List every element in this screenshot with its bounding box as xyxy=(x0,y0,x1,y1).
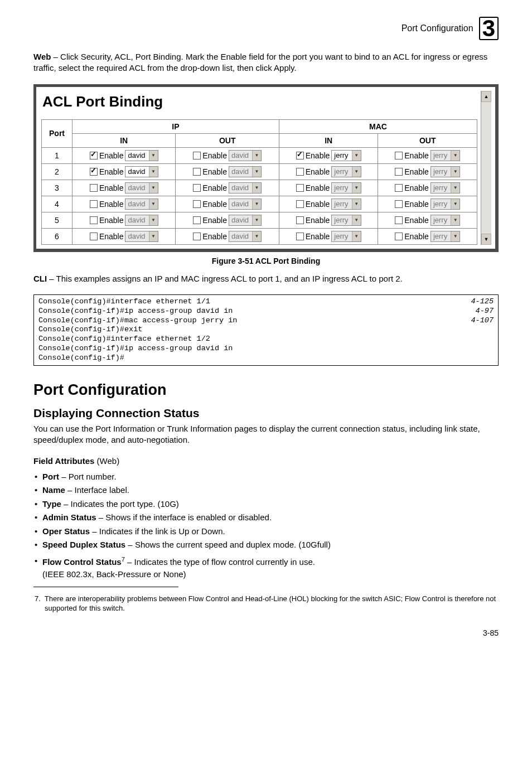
enable-checkbox[interactable] xyxy=(296,200,304,208)
acl-select-value: jerry xyxy=(431,183,451,192)
acl-select[interactable]: david ▼ xyxy=(125,215,158,226)
enable-checkbox[interactable] xyxy=(395,216,403,224)
chevron-down-icon[interactable]: ▼ xyxy=(352,167,361,177)
chevron-down-icon[interactable]: ▼ xyxy=(149,183,158,193)
enable-checkbox[interactable] xyxy=(90,168,98,176)
acl-select[interactable]: david ▼ xyxy=(125,166,158,177)
enable-checkbox[interactable] xyxy=(193,184,201,192)
chevron-down-icon[interactable]: ▼ xyxy=(352,183,361,193)
bullet-bold: Type xyxy=(42,499,61,509)
subsection-heading: Displaying Connection Status xyxy=(33,407,499,420)
bullet-text: – Indicates if the link is Up or Down. xyxy=(90,526,225,536)
ip-in-cell: Enable david ▼ xyxy=(72,196,176,212)
acl-select[interactable]: david ▼ xyxy=(229,199,262,210)
acl-select[interactable]: jerry ▼ xyxy=(431,215,460,226)
ip-in-cell: Enable david ▼ xyxy=(72,163,176,180)
chevron-down-icon[interactable]: ▼ xyxy=(451,231,460,241)
acl-select[interactable]: david ▼ xyxy=(125,182,158,194)
chevron-down-icon[interactable]: ▼ xyxy=(149,151,158,161)
acl-select[interactable]: jerry ▼ xyxy=(331,182,361,194)
enable-label: Enable xyxy=(306,232,330,241)
ip-out-cell: Enable david ▼ xyxy=(176,212,279,228)
chevron-down-icon[interactable]: ▼ xyxy=(252,215,261,225)
enable-checkbox[interactable] xyxy=(193,216,201,224)
acl-select[interactable]: david ▼ xyxy=(229,166,262,177)
acl-select-value: david xyxy=(125,216,148,224)
enable-checkbox[interactable] xyxy=(296,184,304,192)
ip-in-cell: Enable david ▼ xyxy=(72,180,176,196)
ip-out-cell: Enable david ▼ xyxy=(176,228,279,244)
enable-checkbox[interactable] xyxy=(296,152,304,159)
list-item: Type – Indicates the port type. (10G) xyxy=(33,498,499,511)
enable-label: Enable xyxy=(404,232,429,241)
enable-checkbox[interactable] xyxy=(193,233,201,240)
table-row: 6 Enable david ▼ Enable david ▼ Enable j… xyxy=(42,228,477,244)
acl-select[interactable]: jerry ▼ xyxy=(431,231,460,242)
acl-select[interactable]: jerry ▼ xyxy=(331,231,361,242)
acl-select[interactable]: jerry ▼ xyxy=(331,166,361,177)
chevron-down-icon[interactable]: ▼ xyxy=(451,183,460,193)
acl-select[interactable]: david ▼ xyxy=(125,231,158,242)
chevron-down-icon[interactable]: ▼ xyxy=(252,183,261,193)
acl-select[interactable]: david ▼ xyxy=(229,150,262,161)
enable-checkbox[interactable] xyxy=(395,184,403,192)
chevron-down-icon[interactable]: ▼ xyxy=(252,231,261,241)
enable-checkbox[interactable] xyxy=(193,152,201,159)
enable-checkbox[interactable] xyxy=(90,216,98,224)
acl-select[interactable]: david ▼ xyxy=(229,182,262,194)
scroll-up-icon[interactable]: ▲ xyxy=(481,91,491,102)
figure-scrollbar[interactable]: ▲ ▼ xyxy=(481,91,491,245)
bullet-text: – Indicates the port type. (10G) xyxy=(61,499,179,509)
enable-checkbox[interactable] xyxy=(90,184,98,192)
enable-label: Enable xyxy=(99,200,124,209)
chevron-down-icon[interactable]: ▼ xyxy=(149,231,158,241)
enable-label: Enable xyxy=(99,232,124,241)
acl-select[interactable]: david ▼ xyxy=(229,215,262,226)
enable-label: Enable xyxy=(202,151,227,160)
enable-checkbox[interactable] xyxy=(296,168,304,176)
enable-checkbox[interactable] xyxy=(193,168,201,176)
enable-checkbox[interactable] xyxy=(90,233,98,240)
chevron-down-icon[interactable]: ▼ xyxy=(451,199,460,209)
enable-checkbox[interactable] xyxy=(395,168,403,176)
enable-checkbox[interactable] xyxy=(296,216,304,224)
chevron-down-icon[interactable]: ▼ xyxy=(451,167,460,177)
scroll-track[interactable] xyxy=(481,102,491,234)
chevron-down-icon[interactable]: ▼ xyxy=(149,199,158,209)
figure-caption: Figure 3-51 ACL Port Binding xyxy=(33,257,499,265)
col-mac-out: OUT xyxy=(378,133,477,147)
enable-checkbox[interactable] xyxy=(395,200,403,208)
chevron-down-icon[interactable]: ▼ xyxy=(451,151,460,161)
port-cell: 4 xyxy=(42,196,72,212)
chevron-down-icon[interactable]: ▼ xyxy=(149,167,158,177)
acl-select[interactable]: david ▼ xyxy=(229,231,262,242)
enable-checkbox[interactable] xyxy=(296,233,304,240)
enable-checkbox[interactable] xyxy=(395,233,403,240)
acl-select[interactable]: jerry ▼ xyxy=(431,182,460,194)
chevron-down-icon[interactable]: ▼ xyxy=(149,215,158,225)
chevron-down-icon[interactable]: ▼ xyxy=(451,215,460,225)
enable-checkbox[interactable] xyxy=(193,200,201,208)
enable-checkbox[interactable] xyxy=(395,152,403,159)
ip-out-cell: Enable david ▼ xyxy=(176,163,279,180)
enable-checkbox[interactable] xyxy=(90,152,98,159)
chevron-down-icon[interactable]: ▼ xyxy=(252,199,261,209)
chevron-down-icon[interactable]: ▼ xyxy=(252,151,261,161)
acl-select[interactable]: david ▼ xyxy=(125,199,158,210)
acl-select[interactable]: jerry ▼ xyxy=(331,215,361,226)
chevron-down-icon[interactable]: ▼ xyxy=(352,151,361,161)
acl-select[interactable]: jerry ▼ xyxy=(331,150,361,161)
scroll-down-icon[interactable]: ▼ xyxy=(481,234,491,245)
chevron-down-icon[interactable]: ▼ xyxy=(252,167,261,177)
acl-select[interactable]: jerry ▼ xyxy=(431,150,460,161)
chevron-down-icon[interactable]: ▼ xyxy=(352,231,361,241)
acl-select[interactable]: jerry ▼ xyxy=(431,166,460,177)
acl-select[interactable]: jerry ▼ xyxy=(331,199,361,210)
chevron-down-icon[interactable]: ▼ xyxy=(352,199,361,209)
chevron-down-icon[interactable]: ▼ xyxy=(352,215,361,225)
list-item-flow-control: Flow Control Status7 – Indicates the typ… xyxy=(33,555,499,581)
enable-checkbox[interactable] xyxy=(90,200,98,208)
acl-select[interactable]: david ▼ xyxy=(125,150,158,161)
cli-text: – This examples assigns an IP and MAC in… xyxy=(47,274,403,283)
acl-select[interactable]: jerry ▼ xyxy=(431,199,460,210)
